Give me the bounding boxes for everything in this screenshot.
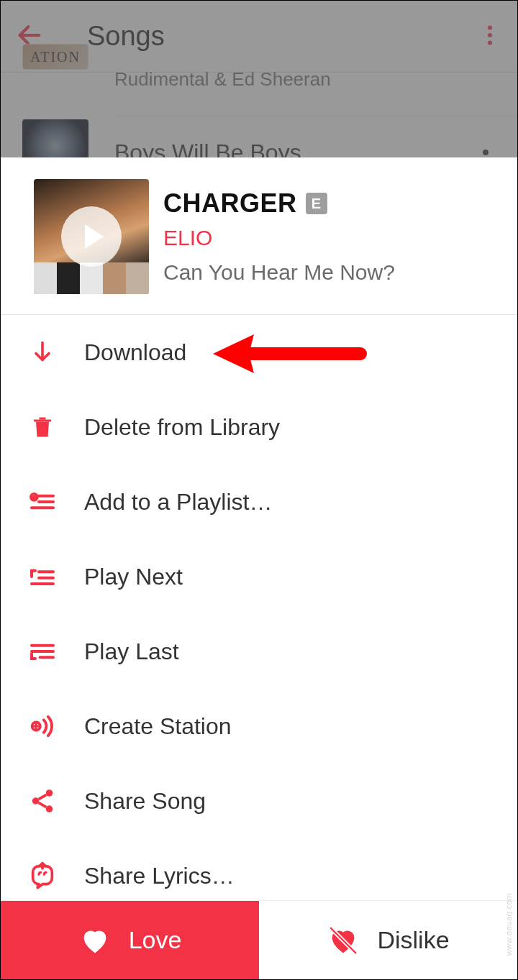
menu-play-next[interactable]: Play Next <box>1 539 517 614</box>
watermark: www.deuaq.com <box>504 893 513 956</box>
artist-name[interactable]: ELIO <box>163 226 496 250</box>
album-name[interactable]: Can You Hear Me Now? <box>163 260 496 285</box>
menu-add-to-playlist[interactable]: Add to a Playlist… <box>1 464 517 539</box>
play-next-icon <box>27 561 58 592</box>
play-icon[interactable] <box>61 206 122 267</box>
dislike-label: Dislike <box>377 926 449 954</box>
play-last-icon <box>27 636 58 667</box>
station-icon <box>27 710 58 742</box>
love-label: Love <box>129 926 182 954</box>
menu-item-label: Play Next <box>84 564 183 590</box>
svg-point-22 <box>46 805 53 812</box>
action-sheet: CHARGER E ELIO Can You Hear Me Now? Down… <box>1 157 517 979</box>
song-title: CHARGER <box>163 188 297 219</box>
sheet-header: CHARGER E ELIO Can You Hear Me Now? <box>1 157 517 315</box>
svg-point-21 <box>32 797 40 805</box>
explicit-badge: E <box>306 193 327 214</box>
menu-item-label: Delete from Library <box>84 414 280 441</box>
download-icon <box>27 336 58 368</box>
menu-share-song[interactable]: Share Song <box>1 764 517 838</box>
share-icon <box>27 785 58 817</box>
trash-icon <box>27 411 58 443</box>
menu-item-label: Create Station <box>84 713 232 740</box>
menu-create-station[interactable]: Create Station <box>1 689 517 764</box>
menu-download[interactable]: Download <box>1 315 517 390</box>
menu-item-label: Share Lyrics… <box>84 863 235 889</box>
action-menu: Download Delete from Library Add to a Pl… <box>1 315 517 979</box>
menu-item-label: Share Song <box>84 788 206 815</box>
dislike-button[interactable]: Dislike <box>259 901 517 979</box>
love-button[interactable]: Love <box>1 901 259 979</box>
svg-point-20 <box>46 789 53 797</box>
menu-item-label: Add to a Playlist… <box>84 489 272 516</box>
menu-item-label: Download <box>84 339 186 366</box>
playlist-add-icon <box>27 486 58 518</box>
menu-delete-from-library[interactable]: Delete from Library <box>1 390 517 464</box>
menu-item-label: Play Last <box>84 638 179 665</box>
lyrics-share-icon <box>27 860 58 892</box>
sheet-footer: Love Dislike <box>1 900 517 979</box>
menu-play-last[interactable]: Play Last <box>1 614 517 689</box>
album-art[interactable] <box>34 179 149 294</box>
